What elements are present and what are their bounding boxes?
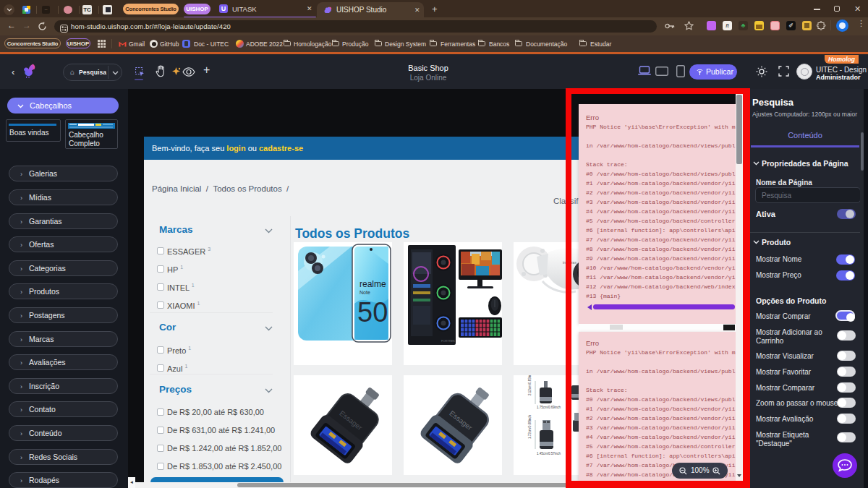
svg-text:50: 50 <box>357 297 388 328</box>
svg-text:1.45cm/0.57inch: 1.45cm/0.57inch <box>537 452 561 455</box>
svg-text:Note: Note <box>359 290 370 295</box>
svg-text:2.12cm/0.83inch: 2.12cm/0.83inch <box>528 375 532 395</box>
svg-text:realme: realme <box>359 279 386 289</box>
svg-text:FORTREK: FORTREK <box>441 339 455 343</box>
svg-text:1.72cm/0.68inch: 1.72cm/0.68inch <box>528 414 532 439</box>
svg-text:1.75cm/0.69inch: 1.75cm/0.69inch <box>537 406 561 409</box>
